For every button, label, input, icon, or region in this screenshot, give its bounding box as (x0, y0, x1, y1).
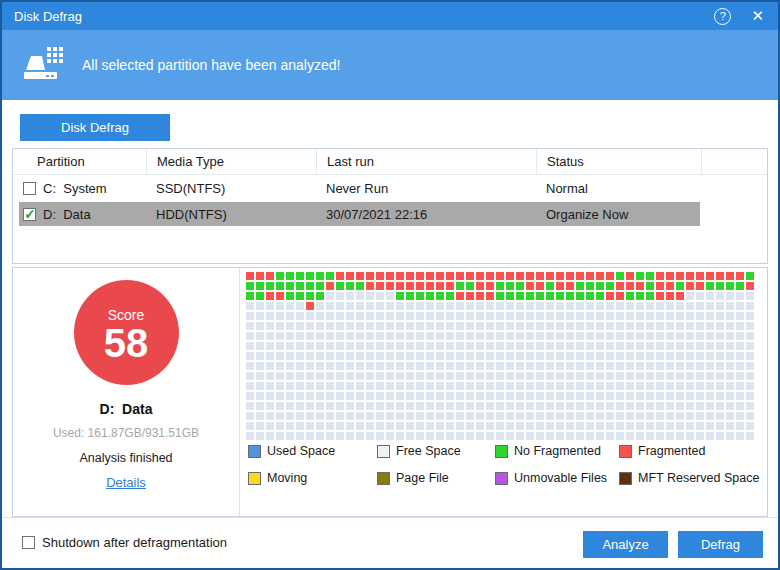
block-cell (456, 372, 464, 380)
block-cell (456, 432, 464, 440)
block-cell (406, 362, 414, 370)
block-cell (736, 392, 744, 400)
block-cell (266, 352, 274, 360)
block-cell (386, 292, 394, 300)
block-cell (296, 312, 304, 320)
block-cell (336, 312, 344, 320)
block-cell (366, 402, 374, 410)
block-cell (426, 292, 434, 300)
block-cell (256, 322, 264, 330)
block-cell (656, 372, 664, 380)
block-cell (256, 332, 264, 340)
block-cell (666, 352, 674, 360)
shutdown-option[interactable]: Shutdown after defragmentation (22, 535, 227, 550)
block-cell (346, 302, 354, 310)
block-cell (456, 382, 464, 390)
block-cell (386, 422, 394, 430)
block-cell (606, 352, 614, 360)
block-cell (336, 272, 344, 280)
table-row[interactable]: D: Data HDD(NTFS) 30/07/2021 22:16 Organ… (13, 201, 767, 227)
block-cell (266, 422, 274, 430)
block-cell (266, 282, 274, 290)
block-cell (336, 302, 344, 310)
analyze-button[interactable]: Analyze (583, 531, 668, 558)
block-cell (356, 372, 364, 380)
block-cell (666, 382, 674, 390)
block-cell (586, 352, 594, 360)
block-cell (596, 322, 604, 330)
block-cell (586, 302, 594, 310)
block-cell (626, 412, 634, 420)
block-cell (506, 372, 514, 380)
block-cell (516, 432, 524, 440)
block-cell (266, 382, 274, 390)
block-cell (316, 372, 324, 380)
block-cell (356, 432, 364, 440)
block-cell (346, 312, 354, 320)
block-cell (526, 292, 534, 300)
block-cell (626, 282, 634, 290)
block-cell (616, 342, 624, 350)
block-cell (346, 352, 354, 360)
block-cell (626, 402, 634, 410)
table-row[interactable]: C: System SSD(NTFS) Never Run Normal (13, 175, 767, 201)
block-cell (436, 282, 444, 290)
block-cell (716, 282, 724, 290)
block-cell (656, 382, 664, 390)
block-cell (376, 432, 384, 440)
block-cell (696, 272, 704, 280)
block-cell (706, 312, 714, 320)
block-cell (586, 362, 594, 370)
shutdown-checkbox[interactable] (22, 536, 35, 549)
block-cell (656, 352, 664, 360)
defrag-button[interactable]: Defrag (678, 531, 763, 558)
block-cell (406, 402, 414, 410)
block-cell (426, 432, 434, 440)
partition-checkbox[interactable] (23, 182, 36, 195)
block-cell (696, 422, 704, 430)
block-cell (676, 272, 684, 280)
block-cell (536, 432, 544, 440)
close-icon[interactable]: ✕ (747, 7, 768, 25)
block-cell (716, 302, 724, 310)
block-cell (676, 392, 684, 400)
block-cell (536, 342, 544, 350)
block-cell (726, 422, 734, 430)
block-cell (696, 292, 704, 300)
block-cell (256, 282, 264, 290)
block-cell (716, 352, 724, 360)
block-cell (346, 402, 354, 410)
block-cell (316, 282, 324, 290)
block-cell (526, 412, 534, 420)
block-cell (296, 342, 304, 350)
block-cell (466, 412, 474, 420)
block-cell (696, 302, 704, 310)
block-cell (456, 392, 464, 400)
block-cell (696, 402, 704, 410)
block-cell (636, 272, 644, 280)
block-cell (596, 422, 604, 430)
block-cell (616, 412, 624, 420)
block-cell (626, 272, 634, 280)
block-cell (346, 432, 354, 440)
block-cell (626, 382, 634, 390)
block-cell (546, 342, 554, 350)
block-cell (406, 352, 414, 360)
block-cell (316, 382, 324, 390)
block-cell (706, 272, 714, 280)
block-cell (646, 282, 654, 290)
details-link[interactable]: Details (106, 475, 146, 490)
partition-checkbox[interactable] (23, 208, 36, 221)
block-cell (626, 372, 634, 380)
block-cell (336, 292, 344, 300)
block-cell (486, 422, 494, 430)
block-cell (336, 422, 344, 430)
tab-disk-defrag[interactable]: Disk Defrag (20, 114, 170, 141)
help-icon[interactable]: ? (714, 8, 731, 25)
block-cell (746, 322, 754, 330)
block-cell (556, 352, 564, 360)
legend-swatch (495, 472, 508, 485)
block-cell (536, 312, 544, 320)
block-cell (326, 342, 334, 350)
status-cell: Organize Now (536, 201, 701, 227)
